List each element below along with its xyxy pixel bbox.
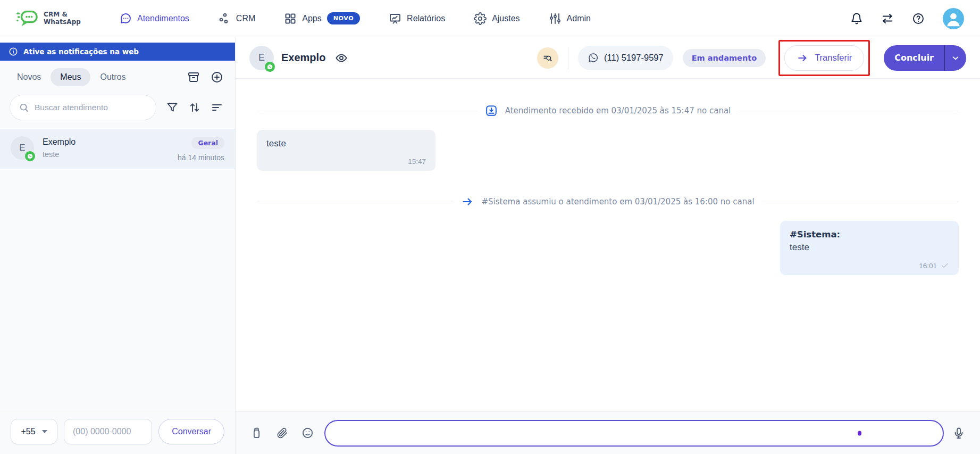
navbar-actions [850,8,964,29]
phone-number-input[interactable] [64,419,152,444]
eye-icon[interactable] [335,52,348,64]
banner-gap [0,37,235,43]
help-icon[interactable] [912,12,925,25]
message-composer [236,411,980,454]
gear-icon [474,12,487,25]
quick-replies-icon[interactable] [250,427,263,439]
message-time: 15:47 [266,158,426,166]
transfer-label: Transferir [815,53,852,63]
conversation-meta: Geral há 14 minutos [178,136,224,162]
funnel-icon[interactable] [166,101,179,114]
conversation-item[interactable]: E Exemplo teste Geral [0,129,235,169]
conversation-time: há 14 minutos [178,153,224,162]
emoji-icon[interactable] [301,427,314,439]
incoming-message: teste 15:47 [257,130,435,171]
nav-label: Admin [567,14,591,23]
sort-arrows-icon[interactable] [188,101,201,114]
message-input-wrapper [324,420,944,447]
status-badge: Em andamento [683,49,766,67]
logo-text: CRM & WhatsApp [44,11,81,26]
divider-line [257,202,454,202]
conclude-split-button: Concluir [884,45,966,71]
web-notifications-banner[interactable]: Ative as notificações na web [0,43,235,61]
tab-meus[interactable]: Meus [51,68,90,86]
whatsapp-icon [588,52,599,63]
whatsapp-icon [25,151,35,161]
nav-label: CRM [236,14,255,23]
contact-phone-number: (11) 5197-9597 [604,53,664,63]
grid-icon [284,12,297,25]
novo-badge: NOVO [327,12,360,24]
main-layout: Ative as notificações na web Novos Meus … [0,37,980,454]
nav-item-atendimentos[interactable]: Atendimentos [119,12,189,25]
chat-panel: E Exemplo [236,37,980,454]
info-icon [9,47,18,56]
new-chat-dialer: +55 Conversar [0,409,235,454]
tab-novos[interactable]: Novos [7,68,51,86]
chat-contact-avatar: E [249,46,274,70]
outgoing-message: #Sistema: teste 16:01 [780,221,959,275]
conversation-name: Exemplo [43,137,169,147]
logo-chat-icon [16,9,38,28]
nav-item-crm[interactable]: CRM [218,12,255,25]
microphone-icon[interactable] [952,427,965,440]
conclude-menu-button[interactable] [945,45,966,71]
message-text: teste [790,242,949,253]
note-search-icon[interactable] [537,47,558,69]
transfer-button[interactable]: Transferir [784,45,864,71]
top-navbar: CRM & WhatsApp Atendimentos [0,0,980,37]
inbox-down-icon [485,104,498,117]
event-text: #Sistema assumiu o atendimento em 03/01/… [481,197,754,207]
tabs-actions [187,71,223,84]
tab-outros[interactable]: Outros [90,68,135,86]
bell-icon[interactable] [850,12,863,25]
nodes-icon [218,12,231,25]
start-chat-button[interactable]: Conversar [158,419,224,444]
conversation-tabs: Novos Meus Outros [0,61,235,89]
chat-header: E Exemplo [236,37,980,79]
filter-lines-icon[interactable] [211,101,223,114]
whatsapp-icon [265,62,275,72]
contact-phone-chip[interactable]: (11) 5197-9597 [578,46,673,70]
divider-line [738,111,959,111]
country-code-select[interactable]: +55 [11,419,57,444]
list-filter-actions [166,101,223,114]
red-annotation-box: Transferir [778,40,870,76]
arrow-right-icon [797,52,808,64]
sidebar: Ative as notificações na web Novos Meus … [0,37,236,454]
paperclip-icon[interactable] [276,427,288,439]
nav-label: Ajustes [492,14,520,23]
message-input[interactable] [325,428,943,438]
presentation-chart-icon [389,12,401,25]
nav-item-relatorios[interactable]: Relatórios [389,12,445,25]
nav-item-admin[interactable]: Admin [549,12,591,25]
nav-label: Atendimentos [137,14,189,23]
swap-arrows-icon[interactable] [881,12,894,25]
archive-icon[interactable] [187,71,200,84]
country-code-value: +55 [21,427,35,436]
check-icon [941,261,949,270]
divider-line [762,202,959,202]
search-icon [19,102,29,113]
plus-circle-icon[interactable] [211,71,223,84]
divider-line [257,111,478,111]
contact-avatar: E [11,136,34,160]
chat-header-actions: (11) 5197-9597 Em andamento Transferir [537,40,966,76]
chat-contact-name: Exemplo [281,52,325,64]
vertical-divider [568,47,568,69]
conversation-list: E Exemplo teste Geral [0,129,235,409]
nav-label: Apps [302,14,321,23]
search-row [0,89,235,129]
department-badge: Geral [191,137,224,149]
conclude-button[interactable]: Concluir [884,45,944,71]
timestamp: 15:47 [408,158,426,166]
nav-item-apps[interactable]: Apps NOVO [284,12,360,25]
message-history: Atendimento recebido em 03/01/2025 às 15… [236,79,980,411]
conversation-preview: teste [43,150,169,159]
sliders-icon [549,12,562,25]
nav-item-ajustes[interactable]: Ajustes [474,12,520,25]
app-root: CRM & WhatsApp Atendimentos [0,0,980,454]
search-input[interactable] [35,103,147,112]
event-text: Atendimento recebido em 03/01/2025 às 15… [505,106,731,115]
user-avatar[interactable] [943,8,964,29]
